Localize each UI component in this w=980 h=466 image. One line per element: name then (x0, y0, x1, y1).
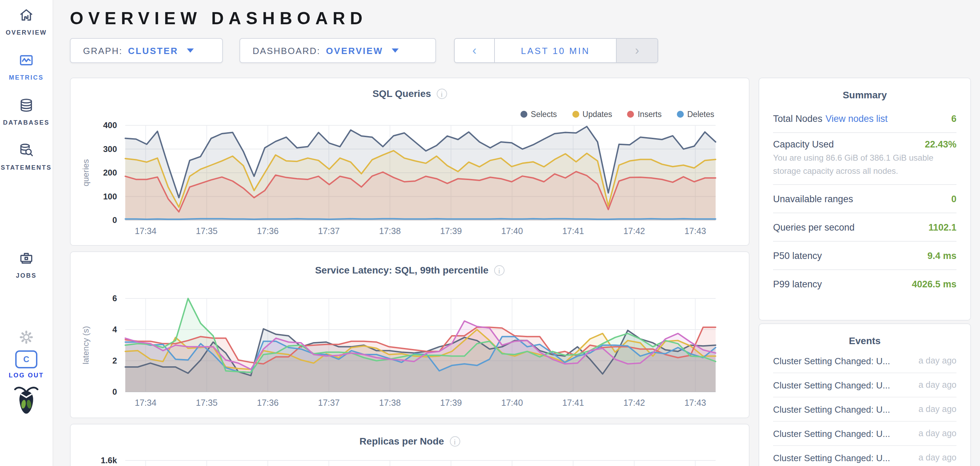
svg-text:17:41: 17:41 (562, 398, 584, 407)
logout-label: LOG OUT (9, 372, 44, 379)
sql-queries-chart-card: SQL Queries i SelectsUpdatesInsertsDelet… (70, 78, 749, 246)
graph-dropdown-label: GRAPH: (83, 45, 123, 56)
time-range-value[interactable]: LAST 10 MIN (494, 39, 617, 62)
summary-row-label: Unavailable ranges (773, 193, 853, 204)
events-title: Events (759, 335, 970, 346)
sidebar-item-logout[interactable]: C LOG OUT (0, 350, 52, 379)
summary-row: Unavailable ranges 0 (773, 185, 956, 213)
svg-text:17:37: 17:37 (318, 226, 340, 236)
metrics-icon (19, 53, 34, 71)
legend-label: Inserts (638, 110, 662, 118)
capacity-used-label: Capacity Used (773, 139, 834, 150)
chart-title: Replicas per Node (360, 436, 444, 447)
service-latency-plot[interactable]: 17:3417:3517:3617:3717:3817:3917:4017:41… (71, 292, 750, 413)
capacity-used-value: 22.43% (924, 139, 956, 150)
chevron-down-icon (186, 48, 193, 53)
svg-text:1.6k: 1.6k (101, 456, 117, 465)
cockroachdb-logo-icon (0, 385, 52, 415)
summary-title: Summary (759, 89, 970, 101)
svg-text:6: 6 (113, 294, 117, 303)
svg-text:17:43: 17:43 (684, 226, 706, 236)
legend-dot-icon (677, 111, 684, 118)
cockroach-c-icon: C (15, 350, 37, 369)
time-next-button[interactable]: › (617, 39, 657, 62)
dashboard-dropdown[interactable]: DASHBOARD: OVERVIEW (239, 38, 436, 63)
legend-item: Updates (572, 110, 612, 118)
svg-text:17:42: 17:42 (623, 226, 645, 236)
svg-text:17:39: 17:39 (440, 226, 462, 236)
replicas-per-node-chart-card: Replicas per Node i 1.6k (70, 424, 749, 466)
sql-queries-plot[interactable]: 17:3417:3517:3617:3717:3817:3917:4017:41… (71, 121, 750, 239)
sidebar-item-label: OVERVIEW (6, 29, 47, 36)
svg-text:17:43: 17:43 (684, 398, 706, 407)
sidebar-item-metrics[interactable]: METRICS (0, 53, 52, 81)
legend-label: Deletes (687, 110, 714, 118)
database-icon (19, 97, 34, 116)
legend-dot-icon (572, 111, 579, 118)
svg-text:17:39: 17:39 (440, 398, 462, 407)
chevron-down-icon (391, 48, 398, 53)
event-time: a day ago (918, 453, 956, 463)
chart-title: Service Latency: SQL, 99th percentile (315, 265, 488, 276)
svg-text:17:37: 17:37 (318, 398, 340, 407)
sidebar-item-databases[interactable]: DATABASES (0, 97, 52, 126)
svg-text:17:40: 17:40 (501, 226, 523, 236)
sidebar-item-jobs[interactable]: JOBS (0, 251, 52, 279)
svg-text:17:38: 17:38 (379, 226, 401, 236)
svg-text:17:34: 17:34 (135, 398, 157, 407)
page-title: OVERVIEW DASHBOARD (70, 8, 368, 29)
replicas-per-node-plot[interactable]: 1.6k (71, 455, 750, 466)
summary-row-label: Queries per second (773, 222, 855, 232)
sidebar-item-label: METRICS (9, 74, 44, 81)
event-list-item[interactable]: Cluster Setting Changed: U... a day ago (773, 422, 956, 446)
chart-legend: SelectsUpdatesInsertsDeletes (520, 110, 714, 118)
event-list-item[interactable]: Cluster Setting Changed: U... a day ago (773, 373, 956, 397)
summary-row: P99 latency 4026.5 ms (773, 270, 956, 298)
event-text: Cluster Setting Changed: U... (773, 404, 890, 415)
settings-gear-icon[interactable] (0, 330, 52, 345)
time-prev-button[interactable]: ‹ (455, 39, 494, 62)
time-range-picker: ‹ LAST 10 MIN › (454, 38, 658, 63)
event-list-item[interactable]: Cluster Setting Changed: U... a day ago (773, 349, 956, 373)
sidebar: OVERVIEW METRICS DATABASES (0, 0, 53, 466)
view-nodes-list-link[interactable]: View nodes list (826, 113, 888, 124)
svg-text:17:40: 17:40 (501, 398, 523, 407)
svg-text:0: 0 (113, 387, 117, 396)
svg-text:400: 400 (103, 121, 117, 130)
event-text: Cluster Setting Changed: U... (773, 428, 890, 439)
svg-text:2: 2 (113, 356, 117, 365)
sidebar-item-label: STATEMENTS (1, 164, 52, 171)
svg-text:17:35: 17:35 (196, 226, 218, 236)
sidebar-item-overview[interactable]: OVERVIEW (0, 8, 52, 36)
svg-text:17:41: 17:41 (562, 226, 584, 236)
graph-dropdown-value: CLUSTER (128, 45, 178, 56)
summary-row-value: 0 (951, 193, 956, 204)
dashboard-dropdown-label: DASHBOARD: (253, 45, 320, 56)
info-icon[interactable]: i (450, 436, 460, 446)
summary-row-value: 1102.1 (928, 222, 956, 232)
graph-dropdown[interactable]: GRAPH: CLUSTER (70, 38, 223, 63)
svg-text:200: 200 (103, 168, 117, 177)
svg-text:4: 4 (113, 325, 117, 334)
svg-text:17:38: 17:38 (379, 398, 401, 407)
briefcase-icon (19, 251, 34, 269)
home-icon (19, 8, 34, 26)
sidebar-item-label: JOBS (16, 272, 37, 279)
event-time: a day ago (918, 404, 956, 414)
svg-text:17:36: 17:36 (257, 226, 279, 236)
event-list-item[interactable]: Cluster Setting Changed: U... a day ago (773, 446, 956, 466)
capacity-used-description: You are using 86.6 GiB of 386.1 GiB usab… (773, 152, 956, 177)
event-time: a day ago (918, 356, 956, 365)
sidebar-item-statements[interactable]: STATEMENTS (0, 143, 52, 171)
svg-text:300: 300 (103, 144, 117, 154)
dashboard-dropdown-value: OVERVIEW (326, 45, 383, 56)
summary-row: Queries per second 1102.1 (773, 213, 956, 242)
info-icon[interactable]: i (437, 88, 447, 99)
legend-item: Selects (520, 110, 557, 118)
event-time: a day ago (918, 429, 956, 438)
info-icon[interactable]: i (494, 265, 504, 275)
summary-row-label: P50 latency (773, 250, 822, 261)
svg-text:latency (s): latency (s) (81, 326, 90, 365)
event-list-item[interactable]: Cluster Setting Changed: U... a day ago (773, 397, 956, 422)
statements-icon (19, 143, 34, 161)
